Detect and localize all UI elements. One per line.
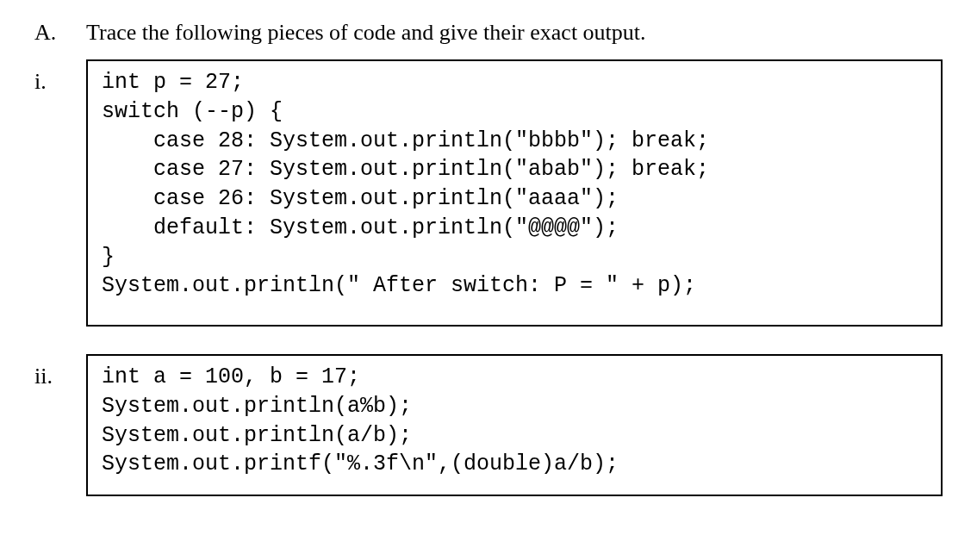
part-ii-label: ii.	[34, 354, 86, 391]
code-box-ii: int a = 100, b = 17; System.out.println(…	[86, 354, 943, 496]
code-box-i: int p = 27; switch (--p) { case 28: Syst…	[86, 59, 943, 327]
question-header: A. Trace the following pieces of code an…	[34, 16, 943, 47]
question-letter: A.	[34, 16, 86, 47]
spacer	[34, 339, 943, 354]
part-i-row: i. int p = 27; switch (--p) { case 28: S…	[34, 59, 943, 327]
part-i-label: i.	[34, 59, 86, 96]
question-prompt: Trace the following pieces of code and g…	[86, 16, 943, 47]
part-ii-row: ii. int a = 100, b = 17; System.out.prin…	[34, 354, 943, 496]
